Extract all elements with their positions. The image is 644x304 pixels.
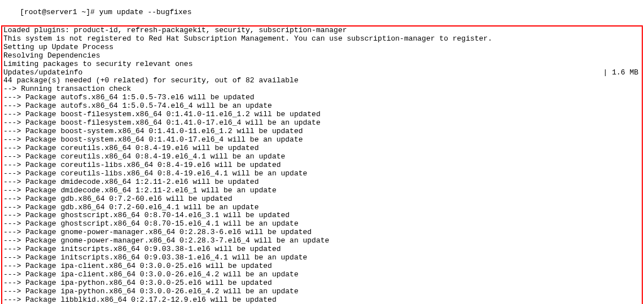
terminal-output-line: ---> Package ipa-python.x86_64 0:3.0.0-2… (3, 288, 641, 296)
terminal-output-line: 44 package(s) needed (+0 related) for se… (3, 77, 641, 85)
terminal-output-line: ---> Package ipa-python.x86_64 0:3.0.0-2… (3, 279, 641, 288)
terminal-output-line: ---> Package boost-filesystem.x86_64 0:1… (3, 111, 641, 119)
terminal-output-line: ---> Package initscripts.x86_64 0:9.03.3… (3, 245, 641, 254)
terminal-window[interactable]: [root@server1 ~]# yum update --bugfixes … (0, 0, 644, 304)
terminal-output-line: ---> Package gdb.x86_64 0:7.2-60.el6 wil… (3, 195, 641, 204)
terminal-line-text: ---> Package ipa-python.x86_64 0:3.0.0-2… (3, 288, 299, 296)
terminal-line-text: Limiting packages to security relevant o… (3, 60, 192, 69)
terminal-output-line: --> Running transaction check (3, 85, 641, 94)
terminal-output-line: ---> Package dmidecode.x86_64 1:2.11-2.e… (3, 178, 641, 187)
terminal-line-text: ---> Package libblkid.x86_64 0:2.17.2-12… (3, 296, 277, 304)
terminal-line-right: | 1.6 MB (603, 69, 641, 77)
terminal-line-text: ---> Package boost-filesystem.x86_64 0:1… (3, 111, 321, 119)
terminal-line-text: ---> Package ipa-client.x86_64 0:3.0.0-2… (3, 271, 299, 279)
terminal-line-text: ---> Package initscripts.x86_64 0:9.03.3… (3, 245, 281, 254)
terminal-output-line: ---> Package ghostscript.x86_64 0:8.70-1… (3, 212, 641, 220)
terminal-output-line: Loaded plugins: product-id, refresh-pack… (3, 27, 641, 35)
terminal-output-line: ---> Package initscripts.x86_64 0:9.03.3… (3, 254, 641, 262)
terminal-line-text: Resolving Dependencies (3, 52, 100, 60)
terminal-output-line: Updates/updateinfo| 1.6 MB (3, 69, 641, 77)
terminal-line-text: ---> Package initscripts.x86_64 0:9.03.3… (3, 254, 307, 262)
terminal-line-text: ---> Package ipa-client.x86_64 0:3.0.0-2… (3, 262, 272, 271)
terminal-line-text: ---> Package boost-system.x86_64 0:1.41.… (3, 136, 303, 144)
terminal-line-text: ---> Package boost-system.x86_64 0:1.41.… (3, 127, 303, 136)
terminal-line-text: ---> Package coreutils.x86_64 0:8.4-19.e… (3, 153, 285, 161)
terminal-line-text: ---> Package coreutils-libs.x86_64 0:8.4… (3, 170, 307, 178)
terminal-line-text: ---> Package autofs.x86_64 1:5.0.5-74.el… (3, 102, 272, 111)
terminal-line-text: ---> Package dmidecode.x86_64 1:2.11-2.e… (3, 178, 259, 187)
terminal-output-line: ---> Package gnome-power-manager.x86_64 … (3, 228, 641, 237)
terminal-line-text: ---> Package ghostscript.x86_64 0:8.70-1… (3, 212, 290, 220)
terminal-output-line: ---> Package ipa-client.x86_64 0:3.0.0-2… (3, 262, 641, 271)
command-prompt-text: [root@server1 ~]# yum update --bugfixes (20, 8, 191, 16)
terminal-line-text: --> Running transaction check (3, 85, 131, 94)
terminal-output-line: ---> Package libblkid.x86_64 0:2.17.2-12… (3, 296, 641, 304)
terminal-line-text: ---> Package coreutils.x86_64 0:8.4-19.e… (3, 144, 259, 153)
terminal-line-text: ---> Package gdb.x86_64 0:7.2-60.el6_4.1… (3, 204, 259, 212)
terminal-line-text: ---> Package gdb.x86_64 0:7.2-60.el6 wil… (3, 195, 233, 204)
terminal-output-line: ---> Package coreutils.x86_64 0:8.4-19.e… (3, 153, 641, 161)
terminal-line-text: ---> Package autofs.x86_64 1:5.0.5-73.el… (3, 94, 255, 102)
terminal-output-line: Limiting packages to security relevant o… (3, 60, 641, 69)
command-prompt-line: [root@server1 ~]# yum update --bugfixes (0, 0, 644, 25)
terminal-line-text: ---> Package ghostscript.x86_64 0:8.70-1… (3, 220, 299, 228)
terminal-output-line: ---> Package coreutils.x86_64 0:8.4-19.e… (3, 144, 641, 153)
terminal-line-text: ---> Package boost-filesystem.x86_64 0:1… (3, 119, 321, 127)
terminal-output-line: ---> Package gnome-power-manager.x86_64 … (3, 237, 641, 245)
terminal-output-line: ---> Package boost-system.x86_64 0:1.41.… (3, 127, 641, 136)
terminal-output-line: This system is not registered to Red Hat… (3, 35, 641, 43)
terminal-line-text: ---> Package dmidecode.x86_64 1:2.11-2.e… (3, 187, 277, 195)
terminal-line-text: ---> Package coreutils-libs.x86_64 0:8.4… (3, 161, 281, 170)
terminal-output-line: Setting up Update Process (3, 43, 641, 52)
terminal-output-line: ---> Package coreutils-libs.x86_64 0:8.4… (3, 170, 641, 178)
terminal-output-line: ---> Package boost-system.x86_64 0:1.41.… (3, 136, 641, 144)
terminal-output-line: Resolving Dependencies (3, 52, 641, 60)
terminal-line-text: 44 package(s) needed (+0 related) for se… (3, 77, 299, 85)
terminal-output-line: ---> Package ghostscript.x86_64 0:8.70-1… (3, 220, 641, 228)
terminal-line-text: Updates/updateinfo (3, 69, 82, 77)
terminal-output-line: ---> Package boost-filesystem.x86_64 0:1… (3, 119, 641, 127)
terminal-output-line: ---> Package gdb.x86_64 0:7.2-60.el6_4.1… (3, 204, 641, 212)
terminal-output-line: ---> Package coreutils-libs.x86_64 0:8.4… (3, 161, 641, 170)
terminal-line-text: This system is not registered to Red Hat… (3, 35, 492, 43)
terminal-line-text: Setting up Update Process (3, 43, 113, 52)
terminal-output-line: ---> Package ipa-client.x86_64 0:3.0.0-2… (3, 271, 641, 279)
terminal-output-box: Loaded plugins: product-id, refresh-pack… (1, 25, 643, 304)
terminal-line-text: ---> Package gnome-power-manager.x86_64 … (3, 237, 329, 245)
terminal-output-line: ---> Package autofs.x86_64 1:5.0.5-74.el… (3, 102, 641, 111)
terminal-line-text: ---> Package ipa-python.x86_64 0:3.0.0-2… (3, 279, 272, 288)
terminal-line-text: ---> Package gnome-power-manager.x86_64 … (3, 228, 312, 237)
terminal-output-line: ---> Package dmidecode.x86_64 1:2.11-2.e… (3, 187, 641, 195)
terminal-line-text: Loaded plugins: product-id, refresh-pack… (3, 27, 347, 35)
terminal-output-line: ---> Package autofs.x86_64 1:5.0.5-73.el… (3, 94, 641, 102)
